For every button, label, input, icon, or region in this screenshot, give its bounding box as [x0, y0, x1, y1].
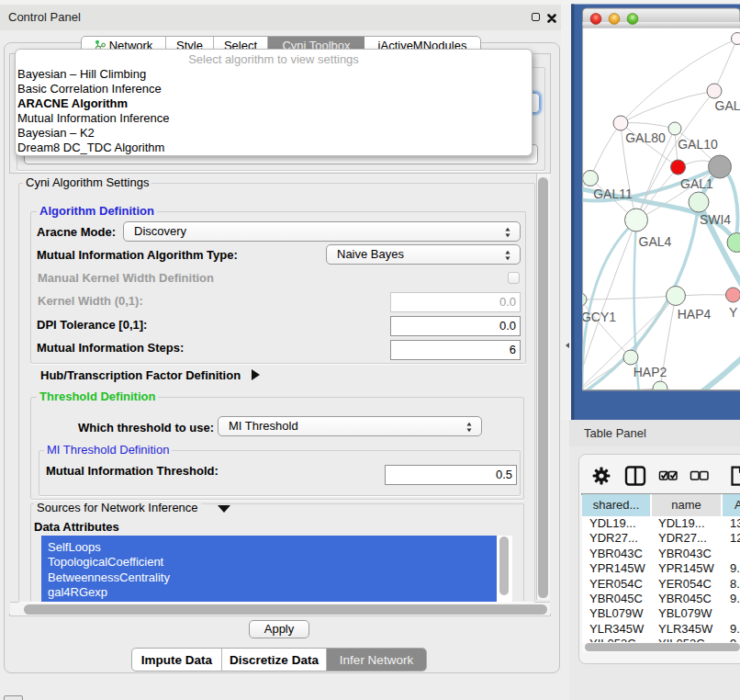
- svg-text:GAL11: GAL11: [593, 186, 633, 201]
- svg-text:GCY1: GCY1: [581, 310, 616, 324]
- svg-text:SWI4: SWI4: [700, 212, 731, 227]
- svg-text:GAL80: GAL80: [625, 130, 666, 145]
- svg-text:HAP2: HAP2: [633, 365, 667, 379]
- svg-text:GAL4: GAL4: [639, 234, 672, 249]
- svg-text:GAL7: GAL7: [715, 98, 740, 113]
- svg-text:GAL1: GAL1: [680, 176, 713, 191]
- svg-text:HAP4: HAP4: [678, 307, 712, 322]
- svg-text:GAL10: GAL10: [678, 137, 718, 152]
- svg-text:Y: Y: [729, 305, 738, 320]
